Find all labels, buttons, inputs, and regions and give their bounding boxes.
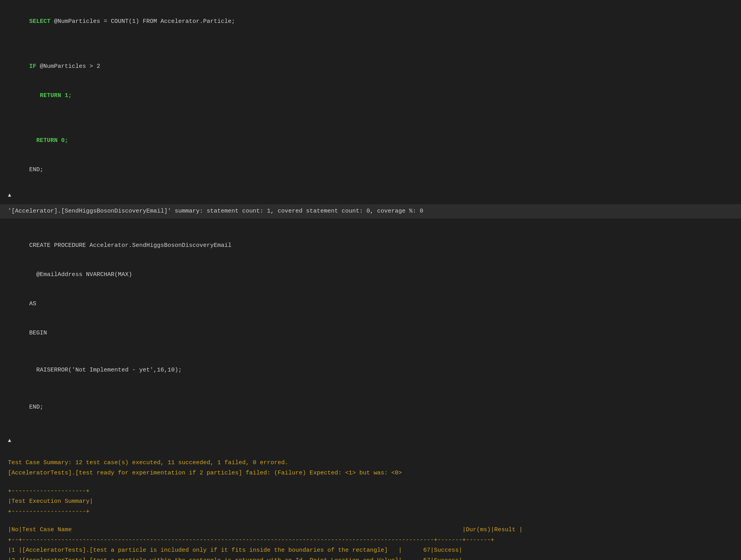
empty-line — [0, 118, 741, 126]
col-header: |No|Test Case Name |Dur(ms)|Result | — [0, 525, 741, 535]
code-text: BEGIN — [29, 330, 47, 336]
table-header: |Test Execution Summary| — [0, 497, 741, 507]
code-line: END; — [0, 393, 741, 422]
code-text — [29, 92, 40, 99]
code-text: CREATE PROCEDURE Accelerator.SendHiggsBo… — [29, 242, 231, 249]
code-line: RAISERROR('Not Implemented - yet',16,10)… — [0, 356, 741, 385]
keyword-select: SELECT — [29, 18, 50, 25]
empty-line — [0, 422, 741, 430]
summary-bar-1: '[Accelerator].[SendHiggsBosonDiscoveryE… — [0, 204, 741, 218]
code-text-end: END; — [29, 166, 43, 173]
code-line: CREATE PROCEDURE Accelerator.SendHiggsBo… — [0, 231, 741, 260]
test-summary-line: Test Case Summary: 12 test case(s) execu… — [0, 458, 741, 468]
table-row: |2 |[AcceleratorTests].[test a particle … — [0, 556, 741, 560]
empty-line — [0, 478, 741, 486]
code-text: RAISERROR('Not Implemented - yet',16,10)… — [29, 367, 182, 373]
chevron-up-icon: ▲ — [8, 191, 11, 200]
empty-line — [0, 450, 741, 458]
keyword-if: IF — [29, 63, 36, 70]
empty-line — [0, 223, 741, 231]
code-text: @NumParticles = COUNT(1) FROM Accelerato… — [50, 18, 235, 25]
table-sep-data: +--+------------------------------------… — [0, 535, 741, 545]
code-text: @EmailAddress NVARCHAR(MAX) — [29, 271, 132, 278]
row2-result: Success — [434, 557, 459, 560]
code-line: RETURN 0; — [0, 126, 741, 155]
test-failed-line: [AcceleratorTests].[test ready for exper… — [0, 468, 741, 478]
code-line: RETURN 1; — [0, 81, 741, 110]
output-section: Test Case Summary: 12 test case(s) execu… — [0, 448, 741, 560]
keyword-return: RETURN 1; — [40, 92, 72, 99]
code-text-end: END; — [29, 404, 43, 411]
section-divider-1[interactable]: ▲ — [0, 188, 741, 203]
empty-line — [0, 36, 741, 44]
code-line: END; — [0, 155, 741, 185]
keyword-return0: RETURN 0; — [36, 137, 68, 144]
code-line: SELECT @NumParticles = COUNT(1) FROM Acc… — [0, 7, 741, 36]
section-divider-2[interactable]: ▲ — [0, 433, 741, 448]
code-text: @NumParticles > 2 — [36, 63, 100, 70]
main-container: SELECT @NumParticles = COUNT(1) FROM Acc… — [0, 0, 741, 560]
code-block-2: CREATE PROCEDURE Accelerator.SendHiggsBo… — [0, 220, 741, 433]
code-line: IF @NumParticles > 2 — [0, 52, 741, 81]
table-sep-top: +---------------------+ — [0, 486, 741, 497]
table-sep-mid: +---------------------+ — [0, 507, 741, 517]
row2-name: [AcceleratorTests].[test a particle with… — [22, 557, 398, 560]
code-line: BEGIN — [0, 319, 741, 348]
empty-line — [0, 44, 741, 52]
empty-line — [0, 517, 741, 525]
code-text: AS — [29, 301, 36, 307]
code-line: @EmailAddress NVARCHAR(MAX) — [0, 260, 741, 289]
row2-dur: 57 — [423, 557, 430, 560]
row1-name: [AcceleratorTests].[test a particle is i… — [22, 547, 388, 554]
code-block-1: SELECT @NumParticles = COUNT(1) FROM Acc… — [0, 4, 741, 188]
code-text — [29, 137, 36, 144]
empty-line — [0, 348, 741, 356]
empty-line — [0, 110, 741, 118]
row1-dur: 67 — [423, 547, 430, 554]
chevron-up-icon-2: ▲ — [8, 436, 11, 445]
code-line: AS — [0, 289, 741, 319]
empty-line — [0, 385, 741, 393]
table-row: |1 |[AcceleratorTests].[test a particle … — [0, 545, 741, 556]
row1-result: Success — [434, 547, 459, 554]
